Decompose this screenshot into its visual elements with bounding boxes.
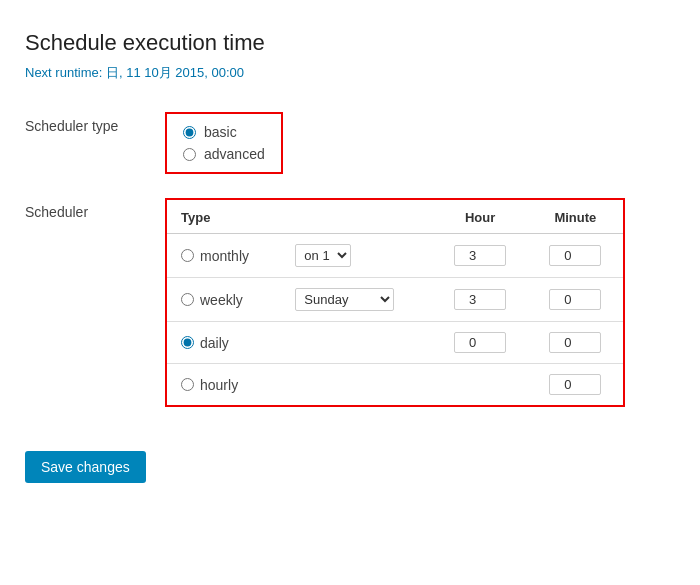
row-radio-daily[interactable]: daily <box>181 335 267 351</box>
row-hour-daily <box>433 322 528 364</box>
radio-weekly[interactable] <box>181 293 194 306</box>
hour-input-daily[interactable] <box>454 332 506 353</box>
scheduler-row: Scheduler Type Hour Minute monthlyon 1on… <box>25 198 675 407</box>
sub-select-weekly[interactable]: SundayMondayTuesdayWednesdayThursdayFrid… <box>295 288 394 311</box>
row-minute-monthly <box>528 234 623 278</box>
row-sub-weekly: SundayMondayTuesdayWednesdayThursdayFrid… <box>281 278 432 322</box>
save-button[interactable]: Save changes <box>25 451 146 483</box>
row-radio-monthly[interactable]: monthly <box>181 248 267 264</box>
scheduler-table: Type Hour Minute monthlyon 1on 2on 3on 4… <box>167 200 623 405</box>
row-sub-hourly <box>281 364 432 406</box>
minute-input-weekly[interactable] <box>549 289 601 310</box>
col-type: Type <box>167 200 281 234</box>
next-runtime-label: Next runtime: <box>25 65 102 80</box>
scheduler-type-basic-option[interactable]: basic <box>183 124 265 140</box>
minute-input-hourly[interactable] <box>549 374 601 395</box>
row-radio-hourly[interactable]: hourly <box>181 377 267 393</box>
scheduler-type-label: Scheduler type <box>25 112 165 134</box>
col-minute: Minute <box>528 200 623 234</box>
col-hour: Hour <box>433 200 528 234</box>
scheduler-row-hourly: hourly <box>167 364 623 406</box>
scheduler-type-row: Scheduler type basic advanced <box>25 112 675 174</box>
row-label-weekly: weekly <box>200 292 243 308</box>
scheduler-type-advanced-label: advanced <box>204 146 265 162</box>
row-hour-hourly <box>433 364 528 406</box>
page-title: Schedule execution time <box>25 30 675 56</box>
row-minute-daily <box>528 322 623 364</box>
col-empty <box>281 200 432 234</box>
next-runtime-value: 日, 11 10月 2015, 00:00 <box>106 65 244 80</box>
scheduler-table-wrap: Type Hour Minute monthlyon 1on 2on 3on 4… <box>165 198 625 407</box>
radio-hourly[interactable] <box>181 378 194 391</box>
row-radio-weekly[interactable]: weekly <box>181 292 267 308</box>
hour-input-monthly[interactable] <box>454 245 506 266</box>
minute-input-daily[interactable] <box>549 332 601 353</box>
hour-input-weekly[interactable] <box>454 289 506 310</box>
row-label-hourly: hourly <box>200 377 238 393</box>
sub-select-monthly[interactable]: on 1on 2on 3on 4on 5 <box>295 244 351 267</box>
row-minute-weekly <box>528 278 623 322</box>
scheduler-type-basic-radio[interactable] <box>183 126 196 139</box>
scheduler-type-advanced-radio[interactable] <box>183 148 196 161</box>
row-minute-hourly <box>528 364 623 406</box>
radio-daily[interactable] <box>181 336 194 349</box>
row-label-daily: daily <box>200 335 229 351</box>
scheduler-type-basic-label: basic <box>204 124 237 140</box>
row-label-monthly: monthly <box>200 248 249 264</box>
scheduler-row-daily: daily <box>167 322 623 364</box>
minute-input-monthly[interactable] <box>549 245 601 266</box>
row-sub-daily <box>281 322 432 364</box>
scheduler-type-advanced-option[interactable]: advanced <box>183 146 265 162</box>
next-runtime: Next runtime: 日, 11 10月 2015, 00:00 <box>25 64 675 82</box>
scheduler-row-monthly: monthlyon 1on 2on 3on 4on 5 <box>167 234 623 278</box>
row-hour-monthly <box>433 234 528 278</box>
scheduler-label: Scheduler <box>25 198 165 220</box>
scheduler-row-weekly: weeklySundayMondayTuesdayWednesdayThursd… <box>167 278 623 322</box>
scheduler-type-box: basic advanced <box>165 112 283 174</box>
row-hour-weekly <box>433 278 528 322</box>
radio-monthly[interactable] <box>181 249 194 262</box>
row-sub-monthly: on 1on 2on 3on 4on 5 <box>281 234 432 278</box>
